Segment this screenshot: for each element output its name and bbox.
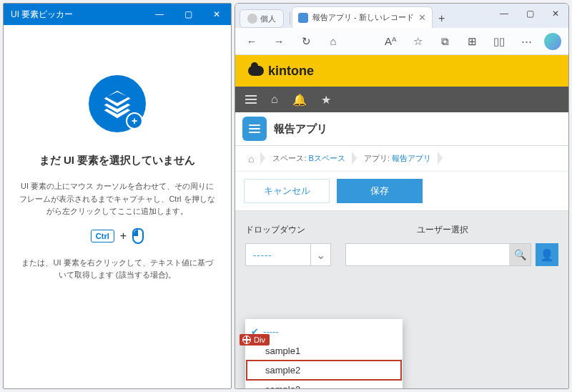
kintone-header: kintone bbox=[235, 55, 568, 87]
plus-icon: + bbox=[120, 230, 127, 242]
breadcrumb-app-label: アプリ: bbox=[364, 154, 392, 162]
breadcrumb-space-label: スペース: bbox=[272, 154, 308, 162]
action-button-row: キャンセル 保存 bbox=[235, 172, 568, 211]
cancel-button[interactable]: キャンセル bbox=[244, 179, 330, 203]
app-list-icon bbox=[242, 117, 267, 141]
address-bar: ← → ↻ ⌂ Aᴬ ☆ ⧉ ⊞ ▯▯ ⋯ bbox=[235, 28, 568, 55]
page-content: kintone ⌂ 🔔 ★ 報告アプリ ⌂ スペース: Bスペース アプリ: 報… bbox=[235, 55, 568, 388]
new-tab-button[interactable]: + bbox=[433, 9, 451, 28]
tab-title: 報告アプリ - 新しいレコード bbox=[312, 12, 414, 23]
dropdown-option-highlighted[interactable]: sample2 bbox=[247, 361, 401, 380]
home-button[interactable]: ⌂ bbox=[324, 32, 342, 51]
ui-picker-window: UI 要素ピッカー — ▢ ✕ + まだ UI 要素を選択していません UI 要… bbox=[3, 3, 232, 389]
chevron-down-icon: ⌄ bbox=[310, 244, 330, 265]
user-search-input[interactable] bbox=[346, 244, 509, 265]
tab-separator bbox=[290, 12, 290, 25]
close-button[interactable]: ✕ bbox=[202, 4, 231, 25]
kintone-cloud-icon bbox=[248, 66, 264, 76]
badge-label: Div bbox=[254, 335, 265, 344]
picker-title: UI 要素ピッカー bbox=[4, 9, 145, 21]
kintone-logo-text: kintone bbox=[268, 64, 314, 79]
mouse-icon bbox=[132, 228, 144, 244]
breadcrumb-space-link: Bスペース bbox=[309, 154, 345, 162]
breadcrumb: ⌂ スペース: Bスペース アプリ: 報告アプリ bbox=[235, 146, 568, 172]
picker-instruction-1: UI 要素の上にマウス カーソルを合わせて、その周りにフレームが表示されるまでキ… bbox=[16, 180, 218, 218]
reload-button[interactable]: ↻ bbox=[297, 32, 315, 51]
breadcrumb-home-icon[interactable]: ⌂ bbox=[241, 150, 261, 167]
picker-instruction-2: または、UI 要素を右クリックして、テキスト値に基づいて取得します (該当する場… bbox=[16, 257, 218, 282]
profile-label: 個人 bbox=[260, 14, 276, 24]
app-title-row: 報告アプリ bbox=[235, 112, 568, 146]
tab-strip: 個人 報告アプリ - 新しいレコード ✕ + — ▢ ✕ bbox=[235, 4, 568, 28]
field-row: ----- ⌄ 🔍 👤 bbox=[245, 243, 558, 266]
browser-window: 個人 報告アプリ - 新しいレコード ✕ + — ▢ ✕ ← → ↻ ⌂ Aᴬ … bbox=[235, 3, 569, 389]
maximize-button[interactable]: ▢ bbox=[174, 4, 202, 25]
profile-button[interactable]: 個人 bbox=[240, 9, 284, 28]
save-button[interactable]: 保存 bbox=[337, 179, 423, 203]
user-select-field: 🔍 👤 bbox=[345, 243, 558, 266]
nav-star-icon[interactable]: ★ bbox=[321, 93, 331, 107]
search-icon[interactable]: 🔍 bbox=[509, 244, 531, 265]
app-title: 報告アプリ bbox=[274, 122, 327, 136]
ctrl-click-hint: Ctrl + bbox=[16, 228, 218, 244]
user-select-label: ユーザー選択 bbox=[417, 224, 468, 236]
dropdown-field[interactable]: ----- ⌄ bbox=[245, 243, 331, 266]
tab-favicon bbox=[298, 13, 308, 23]
kintone-logo[interactable]: kintone bbox=[248, 64, 314, 79]
back-button[interactable]: ← bbox=[242, 32, 261, 51]
user-search-box: 🔍 bbox=[345, 243, 531, 266]
minimize-button[interactable]: — bbox=[145, 4, 174, 25]
nav-home-icon[interactable]: ⌂ bbox=[271, 93, 278, 106]
element-type-badge: Div bbox=[240, 334, 270, 346]
plus-badge-icon: + bbox=[126, 112, 143, 129]
browser-maximize-button[interactable]: ▢ bbox=[517, 4, 543, 24]
layers-icon: + bbox=[89, 75, 146, 132]
breadcrumb-app-link: 報告アプリ bbox=[392, 154, 431, 162]
picker-titlebar: UI 要素ピッカー — ▢ ✕ bbox=[4, 4, 231, 25]
user-picker-button[interactable]: 👤 bbox=[536, 243, 558, 266]
field-labels: ドロップダウン ユーザー選択 bbox=[245, 224, 558, 236]
breadcrumb-space[interactable]: スペース: Bスペース bbox=[265, 150, 352, 167]
browser-close-button[interactable]: ✕ bbox=[543, 4, 568, 24]
more-button[interactable]: ⋯ bbox=[517, 32, 536, 51]
favorite-button[interactable]: ☆ bbox=[408, 32, 427, 51]
kintone-nav: ⌂ 🔔 ★ bbox=[235, 87, 568, 112]
dropdown-option[interactable]: sample3 bbox=[245, 380, 403, 388]
collections-button[interactable]: ⧉ bbox=[435, 32, 454, 51]
menu-icon[interactable] bbox=[245, 95, 257, 104]
browser-minimize-button[interactable]: — bbox=[491, 4, 517, 24]
browser-tab[interactable]: 報告アプリ - 新しいレコード ✕ bbox=[292, 6, 433, 28]
breadcrumb-app[interactable]: アプリ: 報告アプリ bbox=[357, 150, 438, 167]
nav-bell-icon[interactable]: 🔔 bbox=[292, 93, 307, 107]
split-screen-button[interactable]: ▯▯ bbox=[490, 32, 508, 51]
forward-button[interactable]: → bbox=[270, 32, 288, 51]
tab-close-icon[interactable]: ✕ bbox=[418, 12, 426, 23]
picker-heading: まだ UI 要素を選択していません bbox=[16, 154, 218, 167]
globe-icon bbox=[242, 335, 251, 344]
dropdown-value: ----- bbox=[246, 250, 310, 260]
ctrl-key-icon: Ctrl bbox=[91, 230, 114, 242]
picker-body: + まだ UI 要素を選択していません UI 要素の上にマウス カーソルを合わせ… bbox=[4, 25, 231, 282]
text-size-button[interactable]: Aᴬ bbox=[381, 32, 400, 51]
copilot-icon[interactable] bbox=[544, 33, 561, 50]
dropdown-menu: ----- sample1 sample2 sample3 sample4 sa… bbox=[245, 319, 403, 388]
dropdown-label: ドロップダウン bbox=[245, 224, 331, 236]
apps-button[interactable]: ⊞ bbox=[463, 32, 481, 51]
profile-icon bbox=[247, 14, 257, 24]
form-area: ドロップダウン ユーザー選択 ----- ⌄ 🔍 👤 bbox=[235, 211, 568, 279]
